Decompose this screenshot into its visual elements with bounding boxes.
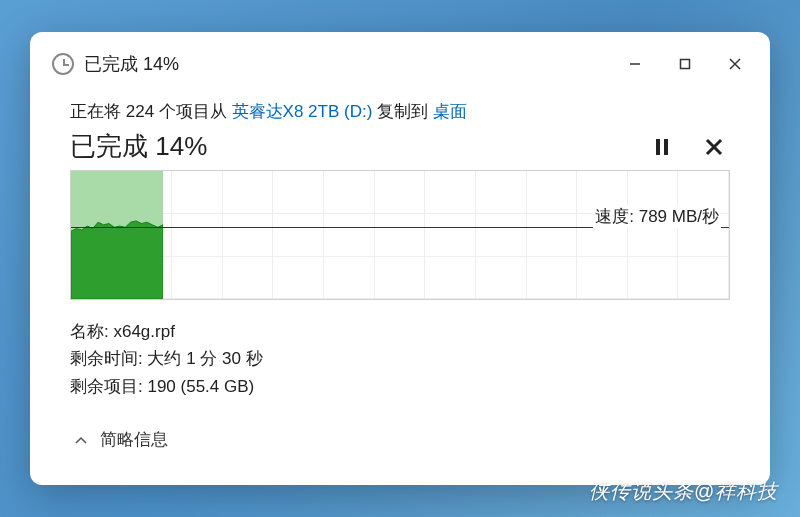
cancel-button[interactable] <box>702 135 726 159</box>
copy-mid1: 个项目从 <box>154 102 231 121</box>
progress-label: 已完成 14% <box>70 129 207 164</box>
copy-mid2: 复制到 <box>372 102 432 121</box>
speed-label: 速度: 789 MB/秒 <box>593 205 721 228</box>
copy-description: 正在将 224 个项目从 英睿达X8 2TB (D:) 复制到 桌面 <box>70 100 730 123</box>
chart-area <box>71 171 163 299</box>
details-section: 名称: x64g.rpf 剩余时间: 大约 1 分 30 秒 剩余项目: 190… <box>70 318 730 400</box>
clock-icon <box>52 53 74 75</box>
pause-button[interactable] <box>650 135 674 159</box>
progress-row: 已完成 14% <box>70 129 730 164</box>
destination-link[interactable]: 桌面 <box>433 102 467 121</box>
window-controls <box>610 46 760 82</box>
speed-value: 789 MB/秒 <box>639 207 719 226</box>
speed-label-text: 速度: <box>595 207 638 226</box>
titlebar: 已完成 14% <box>30 32 770 92</box>
window-title: 已完成 14% <box>84 52 600 76</box>
copy-prefix: 正在将 <box>70 102 126 121</box>
brief-info-label: 简略信息 <box>100 428 168 451</box>
dialog-content: 正在将 224 个项目从 英睿达X8 2TB (D:) 复制到 桌面 已完成 1… <box>30 92 770 485</box>
minimize-button[interactable] <box>610 46 660 82</box>
speed-chart[interactable]: 速度: 789 MB/秒 <box>70 170 730 300</box>
close-button[interactable] <box>710 46 760 82</box>
maximize-button[interactable] <box>660 46 710 82</box>
file-copy-dialog: 已完成 14% 正在将 224 个项目从 英睿达X8 2TB (D:) 复制到 … <box>30 32 770 485</box>
chevron-up-icon <box>74 433 86 445</box>
svg-rect-5 <box>664 139 668 155</box>
progress-controls <box>650 135 730 159</box>
chart-grid <box>71 171 729 299</box>
svg-rect-1 <box>681 60 690 69</box>
detail-name: 名称: x64g.rpf <box>70 318 730 345</box>
watermark: 侠传说头条@祥科技 <box>589 478 778 505</box>
detail-items: 剩余项目: 190 (55.4 GB) <box>70 373 730 400</box>
source-link[interactable]: 英睿达X8 2TB (D:) <box>232 102 373 121</box>
brief-info-toggle[interactable]: 简略信息 <box>70 424 730 465</box>
detail-time: 剩余时间: 大约 1 分 30 秒 <box>70 345 730 372</box>
svg-rect-4 <box>656 139 660 155</box>
item-count: 224 <box>126 102 154 121</box>
